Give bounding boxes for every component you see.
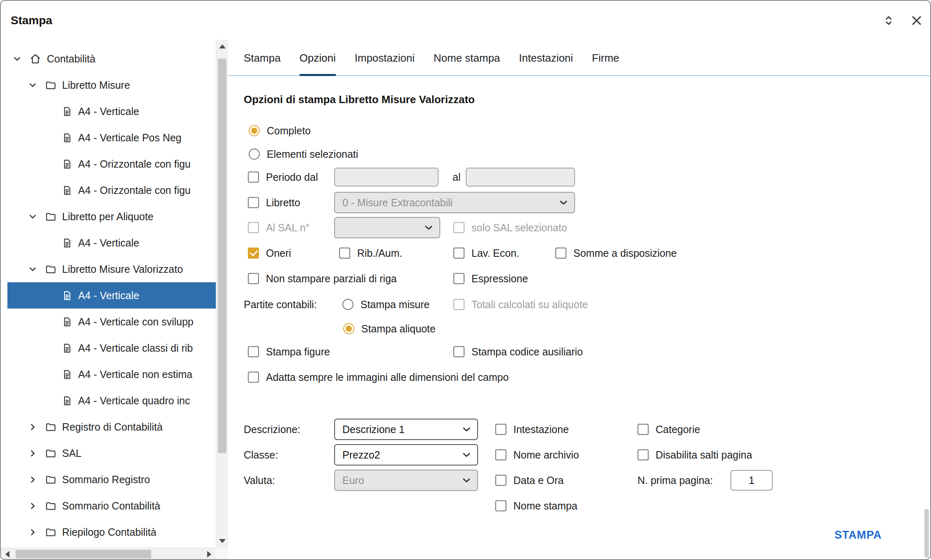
chevron-right-icon[interactable]: [27, 422, 38, 433]
tree-item[interactable]: Contabilità: [7, 46, 216, 72]
lav-econ-checkbox[interactable]: Lav. Econ.: [453, 247, 519, 259]
adatta-immagini-checkbox[interactable]: Adatta sempre le immagini alle dimension…: [248, 371, 509, 383]
espressione-checkbox[interactable]: Espressione: [453, 273, 528, 285]
tree-item[interactable]: Sommario Contabilità: [7, 493, 216, 519]
checkbox-icon: [638, 424, 649, 435]
totali-aliquote-checkbox[interactable]: Totali calcolati su aliquote: [453, 299, 588, 311]
tab-stampa[interactable]: Stampa: [244, 40, 281, 76]
tree-item[interactable]: A4 - Verticale: [7, 282, 216, 309]
tree-item-label: A4 - Verticale non estima: [78, 369, 192, 380]
categorie-checkbox[interactable]: Categorie: [638, 424, 700, 436]
tree-item[interactable]: A4 - Verticale quadro inc: [7, 387, 216, 414]
scroll-up-arrow[interactable]: [216, 40, 229, 53]
scroll-left-arrow[interactable]: [1, 548, 14, 560]
valuta-select[interactable]: Euro: [334, 470, 478, 491]
chevron-right-icon[interactable]: [27, 474, 38, 485]
tree-item[interactable]: A4 - Verticale non estima: [7, 361, 216, 387]
tree-item[interactable]: Sommario Registro: [7, 466, 216, 493]
nome-archivio-checkbox[interactable]: Nome archivio: [495, 449, 579, 461]
tree-item[interactable]: Libretto Misure Valorizzato: [7, 256, 216, 282]
tree-item[interactable]: Libretto Misure: [7, 72, 216, 98]
home-icon: [29, 53, 42, 65]
disabilita-salti-checkbox[interactable]: Disabilita salti pagina: [638, 449, 752, 461]
completo-radio[interactable]: Completo: [249, 125, 311, 137]
tree-item[interactable]: Registro di Contabilità: [7, 414, 216, 440]
chevron-down-icon[interactable]: [12, 53, 23, 65]
tree-item[interactable]: Libretto per Aliquote: [7, 203, 216, 230]
chevron-down-icon[interactable]: [27, 264, 38, 275]
chevron-down-icon[interactable]: [27, 80, 38, 91]
document-icon: [62, 316, 73, 327]
rib-aum-checkbox[interactable]: Rib./Aum.: [339, 247, 402, 259]
stampa-figure-checkbox[interactable]: Stampa figure: [248, 346, 330, 358]
chevron-right-icon[interactable]: [27, 448, 38, 459]
main-panel: StampaOpzioniImpostazioniNome stampaInte…: [228, 40, 930, 560]
al-sal-checkbox[interactable]: Al SAL n°: [248, 222, 310, 234]
intestazione-checkbox[interactable]: Intestazione: [495, 424, 569, 436]
descrizione-select[interactable]: Descrizione 1: [334, 419, 478, 440]
solo-sal-checkbox[interactable]: solo SAL selezionato: [453, 222, 567, 234]
valuta-label: Valuta:: [244, 475, 275, 486]
nome-stampa-checkbox[interactable]: Nome stampa: [495, 500, 578, 512]
tree-item[interactable]: A4 - Verticale Pos Neg: [7, 124, 216, 151]
stampa-aliquote-radio[interactable]: Stampa aliquote: [343, 323, 436, 335]
stampa-aliquote-label: Stampa aliquote: [361, 323, 436, 335]
valuta-value: Euro: [342, 475, 364, 486]
tree-item[interactable]: A4 - Verticale classi di rib: [7, 335, 216, 361]
oneri-checkbox[interactable]: Oneri: [248, 247, 291, 259]
scroll-down-arrow[interactable]: [216, 535, 229, 548]
chevron-down-icon: [461, 424, 472, 435]
n-prima-pagina-input[interactable]: 1: [730, 470, 773, 491]
tree-item-label: A4 - Verticale Pos Neg: [78, 132, 182, 144]
tab-nome-stampa[interactable]: Nome stampa: [434, 40, 500, 76]
non-stampare-parziali-checkbox[interactable]: Non stampare parziali di riga: [248, 273, 397, 285]
stampa-misure-radio[interactable]: Stampa misure: [342, 299, 430, 311]
stampa-codice-checkbox[interactable]: Stampa codice ausiliario: [453, 346, 583, 358]
tree-item-label: Registro di Contabilità: [62, 421, 163, 433]
tree-item[interactable]: A4 - Orizzontale con figu: [7, 151, 216, 177]
tree-item[interactable]: SAL: [7, 440, 216, 466]
tree-hscroll-thumb[interactable]: [16, 550, 151, 558]
espressione-label: Espressione: [471, 273, 528, 285]
close-icon[interactable]: [909, 13, 924, 28]
tree-vertical-scrollbar[interactable]: [216, 40, 228, 548]
stampa-button[interactable]: STAMPA: [834, 529, 882, 542]
al-sal-select[interactable]: [334, 217, 440, 238]
stampa-misure-label: Stampa misure: [360, 299, 430, 311]
elementi-selezionati-radio[interactable]: Elementi selezionati: [249, 148, 358, 160]
chevron-down-icon[interactable]: [27, 211, 38, 222]
tree-item[interactable]: A4 - Verticale: [7, 230, 216, 256]
somme-disposizione-checkbox[interactable]: Somme a disposizione: [555, 247, 677, 259]
tree-horizontal-scrollbar[interactable]: [1, 548, 216, 560]
periodo-al-input[interactable]: [466, 168, 575, 187]
stampa-codice-label: Stampa codice ausiliario: [471, 346, 583, 358]
tab-opzioni[interactable]: Opzioni: [300, 40, 336, 76]
checkbox-icon: [495, 424, 506, 435]
main-scrollbar-thumb[interactable]: [924, 509, 929, 558]
classe-label: Classe:: [244, 449, 278, 461]
data-e-ora-checkbox[interactable]: Data e Ora: [495, 475, 564, 486]
tree-item[interactable]: A4 - Verticale con svilupp: [7, 309, 216, 335]
libretto-select[interactable]: 0 - Misure Extracontabili: [334, 192, 575, 213]
scrollbar-corner: [216, 548, 228, 560]
unfold-more-icon[interactable]: [881, 13, 896, 28]
folder-icon: [45, 474, 57, 486]
libretto-checkbox[interactable]: Libretto: [248, 197, 300, 209]
periodo-dal-input[interactable]: [334, 168, 439, 187]
options-heading: Opzioni di stampa Libretto Misure Valori…: [244, 93, 475, 106]
checkbox-icon: [638, 449, 649, 461]
chevron-right-icon[interactable]: [27, 500, 38, 512]
chevron-right-icon[interactable]: [27, 527, 38, 538]
tab-impostazioni[interactable]: Impostazioni: [355, 40, 415, 76]
tree-item[interactable]: A4 - Orizzontale con figu: [7, 177, 216, 203]
tab-intestazioni[interactable]: Intestazioni: [519, 40, 573, 76]
tab-firme[interactable]: Firme: [592, 40, 619, 76]
tree-item[interactable]: A4 - Verticale: [7, 98, 216, 124]
tree-item[interactable]: Riepilogo Contabilità: [7, 519, 216, 545]
tree-vscroll-thumb[interactable]: [218, 59, 226, 453]
scroll-right-arrow[interactable]: [203, 548, 216, 560]
periodo-dal-checkbox[interactable]: Periodo dal: [248, 171, 318, 183]
checkbox-icon: [495, 500, 506, 512]
classe-select[interactable]: Prezzo2: [334, 444, 478, 466]
partite-contabili-label: Partite contabili:: [244, 299, 317, 311]
